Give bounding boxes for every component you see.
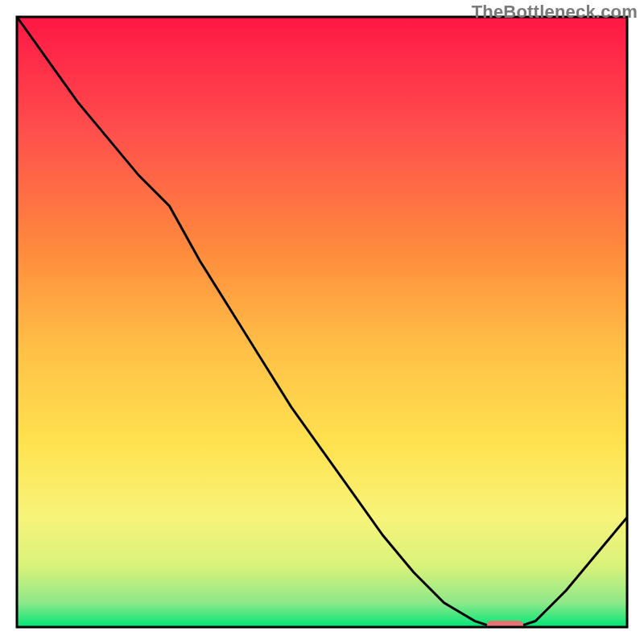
watermark-text: TheBottleneck.com [472, 2, 638, 23]
optimal-zone-marker [487, 621, 524, 630]
chart-container: TheBottleneck.com [0, 0, 644, 644]
bottleneck-chart-svg [0, 0, 644, 644]
chart-background-gradient [17, 17, 627, 627]
